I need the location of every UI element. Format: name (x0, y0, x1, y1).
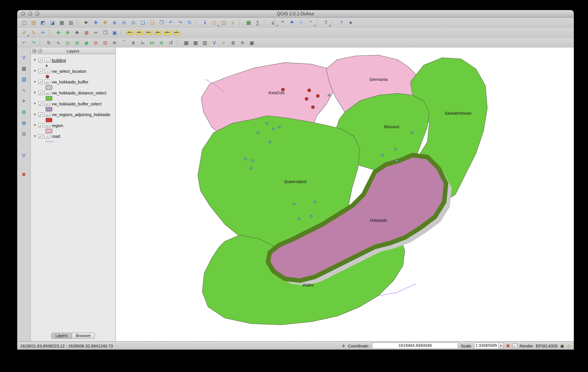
layer-item-building[interactable]: ▼✓∵building (31, 57, 115, 63)
expand-arrow-icon[interactable]: ▼ (33, 124, 37, 127)
delete-ring-icon[interactable]: ⊘ (92, 38, 100, 47)
label-annotation-icon[interactable]: T▾ (322, 18, 330, 27)
add-wfs-layer-icon[interactable]: ◍ (19, 129, 28, 138)
layer-item-vw_hokkaido_buffer[interactable]: ▼✓▱vw_hokkaido_buffer (31, 79, 115, 85)
layer-name[interactable]: road (52, 134, 60, 139)
merge-features-icon[interactable]: ⋈ (148, 38, 156, 47)
select-by-expression-icon[interactable]: ε (229, 18, 237, 27)
new-print-composer-icon[interactable]: ▦ (57, 18, 66, 27)
topology-checker-icon[interactable]: ✓ (219, 38, 228, 47)
zoom-native-icon[interactable]: ⊙ (129, 18, 138, 27)
label-rotate-icon[interactable]: abc (163, 28, 172, 37)
undo-icon[interactable]: ↶ (20, 38, 29, 47)
coordinate-input[interactable]: 1619484,6940048 (372, 343, 458, 349)
zoom-in-icon[interactable]: ⊕ (110, 18, 119, 27)
offset-curve-icon[interactable]: ≋ (110, 38, 119, 47)
redo-icon[interactable]: ↷ (29, 38, 38, 47)
map-canvas[interactable]: KwaZuluGermaniaSaskatchewanMissouriQueen… (116, 48, 574, 341)
merge-feature-attributes-icon[interactable]: ⊕ (157, 38, 166, 47)
open-attribute-table-icon[interactable]: ▦ (244, 18, 253, 27)
stop-render-icon[interactable]: ✖ (506, 343, 510, 348)
select-features-icon[interactable]: ◻▾ (210, 18, 219, 27)
add-wcs-layer-icon[interactable]: ◍ (19, 118, 28, 127)
dropdown-arrow-icon[interactable]: ▾ (330, 24, 331, 27)
tile-scale-icon[interactable]: ▣ (247, 38, 256, 47)
add-mssql-layer-icon[interactable]: ➤ (19, 97, 28, 105)
expand-arrow-icon[interactable]: ▼ (33, 91, 37, 94)
composer-manager-icon[interactable]: ▥ (67, 18, 75, 27)
add-postgis-layer-icon[interactable]: ▧ (19, 75, 28, 83)
zoom-to-selection-icon[interactable]: ❏ (148, 18, 156, 27)
zoom-out-icon[interactable]: ⊖ (120, 18, 128, 27)
expand-arrow-icon[interactable]: ▼ (33, 58, 37, 62)
delete-selected-icon[interactable]: ⊠ (82, 28, 91, 37)
tab-browser[interactable]: Browser (72, 333, 95, 339)
cut-features-icon[interactable]: ✂ (92, 28, 100, 37)
layer-item-vw_regions_adjoining_hokkaido[interactable]: ▼✓▱vw_regions_adjoining_hokkaido (31, 112, 115, 117)
save-project-as-icon[interactable]: ◪ (48, 18, 57, 27)
layer-visibility-checkbox[interactable]: ✓ (38, 80, 43, 84)
zoom-full-icon[interactable]: ❑ (138, 18, 147, 27)
simplify-feature-icon[interactable]: ∿ (54, 38, 63, 47)
rotate-point-symbols-icon[interactable]: ↺ (167, 38, 175, 47)
delete-part-icon[interactable]: ⊟ (101, 38, 110, 47)
rotate-feature-icon[interactable]: ↻ (45, 38, 53, 47)
layer-name[interactable]: vw_select_location (52, 69, 86, 73)
layer-name[interactable]: vw_hokkaido_distance_select (52, 90, 106, 95)
pan-map-icon[interactable]: ✥ (92, 18, 100, 27)
add-spatialite-layer-icon[interactable]: ∿ (19, 86, 28, 94)
layer-name[interactable]: building (52, 58, 66, 62)
scale-dropdown-icon[interactable]: ▾ (499, 343, 504, 349)
layer-item-vw_hokkaido_buffer_select[interactable]: ▼✓▱vw_hokkaido_buffer_select (31, 101, 115, 106)
reshape-features-icon[interactable]: ⌒ (120, 38, 128, 47)
raster-calculator-icon[interactable]: ▥ (201, 38, 209, 47)
coordinate-capture-icon[interactable]: ✛ (238, 38, 247, 47)
current-edits-icon[interactable]: ✐▾ (20, 28, 29, 37)
copy-features-icon[interactable]: ❐ (101, 28, 110, 37)
whats-this-icon[interactable]: ➤ (347, 18, 355, 27)
add-vector-layer-icon[interactable]: V (19, 53, 28, 62)
show-bookmarks-icon[interactable]: ⚐ (297, 18, 306, 27)
add-wms-layer-icon[interactable]: ◍ (19, 107, 28, 116)
layer-visibility-checkbox[interactable]: ✓ (38, 123, 43, 128)
layer-name[interactable]: vw_regions_adjoining_hokkaido (52, 112, 110, 117)
touch-zoom-and-pan-icon[interactable]: ☛ (82, 18, 91, 27)
add-delimited-text-layer-icon[interactable]: , (19, 140, 28, 149)
split-features-icon[interactable]: ⋋ (138, 38, 147, 47)
layer-visibility-checkbox[interactable]: ✓ (38, 134, 43, 139)
tab-layers[interactable]: Layers (51, 333, 72, 339)
save-layer-edits-icon[interactable]: ✑ (39, 28, 47, 37)
identify-features-icon[interactable]: ℹ (201, 18, 209, 27)
float-panel-icon[interactable]: ◦ (38, 49, 42, 53)
crs-status-text[interactable]: EPSG:4326 (536, 343, 557, 348)
layer-name[interactable]: vw_hokkaido_buffer (52, 80, 88, 84)
title-bar[interactable]: QGIS 2.0.1-Dufour (17, 10, 574, 18)
copy-style-icon[interactable]: ▩ (182, 38, 191, 47)
layer-visibility-checkbox[interactable]: ✓ (38, 101, 43, 106)
remove-layer-group-icon[interactable]: ✖ (19, 170, 28, 179)
toggle-editing-icon[interactable]: ✎ (29, 28, 38, 37)
save-project-icon[interactable]: ◩ (39, 18, 47, 27)
vector-checker-icon[interactable]: V (210, 38, 219, 47)
label-properties-icon[interactable]: abc (173, 28, 181, 37)
minimize-button[interactable] (28, 12, 32, 16)
label-pin-icon[interactable]: abc (135, 28, 144, 37)
messages-icon[interactable]: ⚠ (567, 343, 571, 348)
add-feature-icon[interactable]: ✚ (54, 28, 63, 37)
pan-to-selection-icon[interactable]: ✥ (101, 18, 110, 27)
open-project-icon[interactable]: ▤ (29, 18, 38, 27)
zoom-next-icon[interactable]: ↷ (176, 18, 184, 27)
deselect-features-icon[interactable]: ◻ (219, 18, 228, 27)
layer-labeling-options-icon[interactable]: abc (126, 28, 134, 37)
zoom-last-icon[interactable]: ↶ (167, 18, 175, 27)
mouse-position-icon[interactable]: ✛ (342, 343, 345, 348)
dropdown-arrow-icon[interactable]: ▾ (27, 34, 29, 37)
layers-panel-header[interactable]: ✕◦ Layers (31, 48, 115, 54)
node-tool-icon[interactable]: ❖ (73, 28, 82, 37)
move-feature-icon[interactable]: ✥ (63, 28, 72, 37)
layer-name[interactable]: region (52, 123, 63, 128)
layer-item-vw_select_location[interactable]: ▼✓∵vw_select_location (31, 68, 115, 74)
crs-status-icon[interactable]: ◉ (560, 343, 564, 348)
refresh-map-icon[interactable]: ↻ (185, 18, 194, 27)
layer-visibility-checkbox[interactable]: ✓ (38, 112, 43, 117)
